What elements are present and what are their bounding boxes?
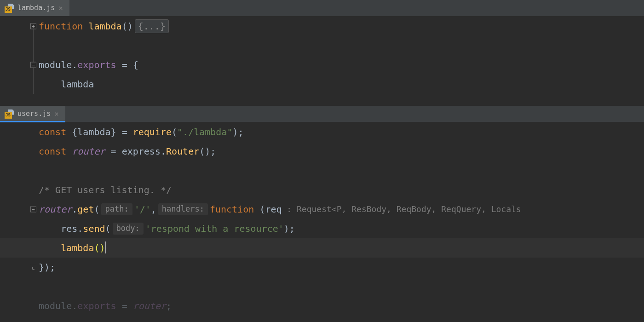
tab-bar-bottom: JS users.js × xyxy=(0,106,644,122)
fold-end-icon: ⌞ xyxy=(30,264,36,270)
tab-users-js[interactable]: JS users.js × xyxy=(0,106,65,122)
tab-label: users.js xyxy=(17,109,51,119)
code-line[interactable]: /* GET users listing. */ xyxy=(0,180,644,200)
fold-expand-icon[interactable]: + xyxy=(30,23,36,29)
code-line[interactable]: − module.exports = { xyxy=(0,55,644,75)
close-icon[interactable]: × xyxy=(58,5,63,12)
text-caret xyxy=(105,242,106,253)
code-line[interactable]: const {lambda} = require("./lambda"); xyxy=(0,122,644,142)
code-line[interactable]: + function lambda(){...} xyxy=(0,17,644,36)
code-line[interactable]: − router.get(path:'/',handlers: function… xyxy=(0,200,644,219)
folded-region[interactable]: {...} xyxy=(135,19,169,33)
code-line[interactable]: lambda xyxy=(0,75,644,94)
close-icon[interactable]: × xyxy=(54,110,59,118)
inlay-hint: path: xyxy=(101,203,132,215)
code-line[interactable]: lambda() xyxy=(0,238,644,258)
fold-collapse-icon[interactable]: − xyxy=(30,207,36,213)
editor-lambda-js[interactable]: + function lambda(){...} − module.export… xyxy=(0,17,644,106)
code-line[interactable] xyxy=(0,277,644,296)
fold-collapse-icon[interactable]: − xyxy=(30,62,36,68)
editor-users-js[interactable]: const {lambda} = require("./lambda"); co… xyxy=(0,122,644,322)
code-line[interactable] xyxy=(0,36,644,55)
javascript-file-icon: JS xyxy=(5,4,14,13)
inlay-hint: body: xyxy=(113,223,144,235)
code-line[interactable]: const router = express.Router(); xyxy=(0,142,644,161)
tab-lambda-js[interactable]: JS lambda.js × xyxy=(0,0,69,16)
code-line[interactable]: res.send(body:'respond with a resource')… xyxy=(0,219,644,238)
code-line[interactable]: ⌞ }); xyxy=(0,258,644,277)
tab-bar-top: JS lambda.js × xyxy=(0,0,644,17)
inlay-hint: handlers: xyxy=(158,203,208,215)
javascript-file-icon: JS xyxy=(5,109,14,119)
tab-label: lambda.js xyxy=(17,3,55,13)
code-line[interactable]: module.exports = router; xyxy=(0,296,644,316)
code-line[interactable] xyxy=(0,161,644,180)
inlay-type-hint: : Request<P, ResBody, ReqBody, ReqQuery,… xyxy=(282,203,521,215)
